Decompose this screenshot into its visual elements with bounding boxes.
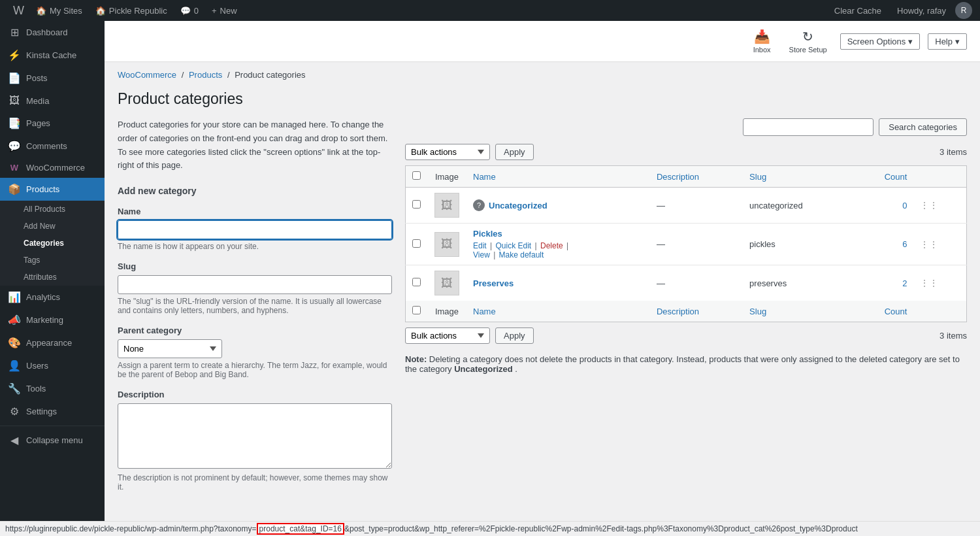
select-all-checkbox[interactable] <box>412 171 421 180</box>
help-icon-1[interactable]: ? <box>473 199 485 211</box>
products-submenu: All Products Add New Categories Tags Att… <box>0 201 105 286</box>
header-slug[interactable]: Slug <box>743 166 854 188</box>
drag-handle-icon-2[interactable]: ⋮⋮ <box>920 239 938 250</box>
footer-name-header[interactable]: Name <box>466 301 650 322</box>
sidebar-item-categories[interactable]: Categories <box>0 235 105 252</box>
footer-desc-link[interactable]: Description <box>657 307 699 316</box>
desc-sort-link[interactable]: Description <box>657 172 699 182</box>
bottom-bulk-left: Bulk actions Apply <box>405 327 534 344</box>
sidebar-item-add-new[interactable]: Add New <box>0 218 105 235</box>
row-drag-1[interactable]: ⋮⋮ <box>913 188 966 224</box>
adminbar-site[interactable]: 🏠 Pickle Republic <box>89 0 174 21</box>
adminbar-comments[interactable]: 💬 0 <box>174 0 205 21</box>
parent-hint: Assign a parent term to create a hierarc… <box>118 361 392 379</box>
table-row: 🖼 ? Uncategorized — uncategorized <box>406 188 967 224</box>
row-check-2 <box>406 224 428 265</box>
sidebar-item-appearance[interactable]: 🎨 Appearance <box>0 331 105 354</box>
footer-desc-header[interactable]: Description <box>650 301 743 322</box>
sidebar-item-analytics[interactable]: 📊 Analytics <box>0 286 105 309</box>
sidebar-item-comments[interactable]: 💬 Comments <box>0 135 105 158</box>
slug-input[interactable] <box>118 275 392 294</box>
name-input[interactable] <box>118 220 392 239</box>
row-checkbox-3[interactable] <box>412 278 421 286</box>
footer-slug-link[interactable]: Slug <box>749 307 766 316</box>
note-period: . <box>515 364 517 374</box>
row-image-1: 🖼 <box>427 188 466 224</box>
description-textarea[interactable] <box>118 403 392 469</box>
sidebar-item-tools[interactable]: 🔧 Tools <box>0 377 105 400</box>
sidebar-item-settings[interactable]: ⚙ Settings <box>0 400 105 423</box>
inbox-icon: 📥 <box>754 29 770 44</box>
top-apply-button[interactable]: Apply <box>495 144 534 160</box>
help-button[interactable]: Help ▾ <box>928 33 967 50</box>
count-sort-link[interactable]: Count <box>885 172 907 182</box>
sidebar-item-pages[interactable]: 📑 Pages <box>0 112 105 135</box>
footer-select-all[interactable] <box>412 306 421 314</box>
sidebar-item-marketing[interactable]: 📣 Marketing <box>0 309 105 331</box>
count-link-2[interactable]: 6 <box>902 239 907 249</box>
count-link-3[interactable]: 2 <box>902 278 907 288</box>
sidebar-item-attributes[interactable]: Attributes <box>0 269 105 286</box>
make-default-link-2[interactable]: Make default <box>499 250 544 260</box>
store-setup-button[interactable]: ↻ Store Setup <box>784 26 832 56</box>
footer-slug-header[interactable]: Slug <box>743 301 854 322</box>
slug-label: Slug <box>118 261 392 271</box>
category-name-link-1[interactable]: Uncategorized <box>489 201 547 210</box>
delete-link-2[interactable]: Delete <box>540 241 563 250</box>
header-check <box>406 166 428 188</box>
row-checkbox-1[interactable] <box>412 200 421 209</box>
view-link-2[interactable]: View <box>473 250 490 260</box>
table-row: 🖼 Preserves — preserves 2 <box>406 265 967 301</box>
row-drag-2[interactable]: ⋮⋮ <box>913 224 966 265</box>
row-check-3 <box>406 265 428 301</box>
name-sort-link[interactable]: Name <box>473 172 496 182</box>
sidebar-item-posts[interactable]: 📄 Posts <box>0 67 105 90</box>
category-name-link-2[interactable]: Pickles <box>473 229 502 239</box>
screen-options-button[interactable]: Screen Options ▾ <box>840 33 921 50</box>
sidebar-item-users[interactable]: 👤 Users <box>0 354 105 377</box>
top-bulk-select[interactable]: Bulk actions <box>405 144 490 160</box>
sidebar-item-tags[interactable]: Tags <box>0 252 105 269</box>
adminbar-mysites[interactable]: 🏠 My Sites <box>29 0 89 21</box>
description-label: Description <box>118 390 392 399</box>
bottom-apply-button[interactable]: Apply <box>495 327 534 344</box>
top-bulk-left: Bulk actions Apply <box>405 144 534 160</box>
sidebar-divider <box>0 426 105 426</box>
adminbar-clear-cache[interactable]: Clear Cache <box>828 0 888 21</box>
edit-link-2[interactable]: Edit <box>473 241 487 250</box>
bottom-bulk-select[interactable]: Bulk actions <box>405 327 490 344</box>
drag-handle-icon-3[interactable]: ⋮⋮ <box>920 278 938 288</box>
footer-name-link[interactable]: Name <box>473 307 496 316</box>
sidebar-item-woocommerce[interactable]: W WooCommerce <box>0 158 105 178</box>
sidebar-item-dashboard[interactable]: ⊞ Dashboard <box>0 21 105 44</box>
footer-count-link[interactable]: Count <box>885 307 907 316</box>
sidebar-item-all-products[interactable]: All Products <box>0 201 105 218</box>
sidebar-item-media[interactable]: 🖼 Media <box>0 90 105 112</box>
sidebar-item-collapse[interactable]: ◀ Collapse menu <box>0 429 105 452</box>
category-name-link-3[interactable]: Preserves <box>473 278 514 288</box>
row-checkbox-2[interactable] <box>412 239 421 248</box>
row-drag-3[interactable]: ⋮⋮ <box>913 265 966 301</box>
count-link-1[interactable]: 0 <box>902 201 907 210</box>
note-uncategorized: Uncategorized <box>454 364 513 374</box>
wp-logo[interactable]: W <box>8 4 29 18</box>
drag-handle-icon-1[interactable]: ⋮⋮ <box>920 200 938 210</box>
search-input[interactable] <box>743 118 874 136</box>
parent-select[interactable]: None <box>118 339 222 358</box>
header-name[interactable]: Name <box>466 166 650 188</box>
breadcrumb-products[interactable]: Products <box>189 70 222 80</box>
slug-sort-link[interactable]: Slug <box>749 172 766 182</box>
quick-edit-link-2[interactable]: Quick Edit <box>495 241 531 250</box>
sidebar-item-kinsta[interactable]: ⚡ Kinsta Cache <box>0 44 105 67</box>
breadcrumb-woocommerce[interactable]: WooCommerce <box>118 70 176 80</box>
search-categories-button[interactable]: Search categories <box>879 118 967 136</box>
adminbar-new[interactable]: + New <box>205 0 244 21</box>
inbox-button[interactable]: 📥 Inbox <box>748 26 776 56</box>
header-count[interactable]: Count <box>854 166 913 188</box>
row-slug-1: uncategorized <box>743 188 854 224</box>
adminbar-howdy[interactable]: Howdy, rafay <box>890 0 953 21</box>
row-count-2: 6 <box>854 224 913 265</box>
sidebar-item-products[interactable]: 📦 Products <box>0 178 105 201</box>
header-description[interactable]: Description <box>650 166 743 188</box>
footer-count-header[interactable]: Count <box>854 301 913 322</box>
